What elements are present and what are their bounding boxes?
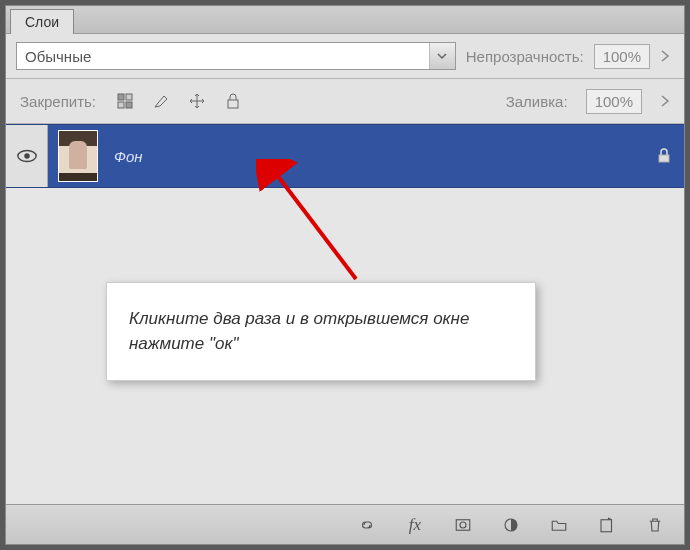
lock-brush-icon[interactable] [150,90,172,112]
svg-rect-3 [126,102,132,108]
adjustment-layer-icon[interactable] [498,512,524,538]
svg-rect-2 [118,102,124,108]
layer-style-fx-icon[interactable]: fx [402,512,428,538]
blend-opacity-row: Обычные Непрозрачность: 100% [6,34,684,79]
blend-mode-value: Обычные [17,48,429,65]
blend-mode-select[interactable]: Обычные [16,42,456,70]
new-group-icon[interactable] [546,512,572,538]
fill-label: Заливка: [502,93,572,110]
footer-toolbar: fx [6,504,684,544]
link-layers-icon[interactable] [354,512,380,538]
visibility-toggle[interactable] [6,125,48,187]
svg-rect-7 [659,155,669,162]
svg-rect-12 [601,519,612,531]
svg-rect-1 [126,94,132,100]
layer-list: Фон Кликните два раза и в открывшемся ок… [6,124,684,504]
layer-row-background[interactable]: Фон [6,124,684,188]
layer-thumbnail[interactable] [58,130,98,182]
lock-all-icon[interactable] [222,90,244,112]
svg-point-6 [24,153,30,159]
layer-name[interactable]: Фон [108,148,644,165]
delete-layer-icon[interactable] [642,512,668,538]
new-layer-icon[interactable] [594,512,620,538]
callout-text: Кликните два раза и в открывшемся окне н… [129,309,469,353]
layer-mask-icon[interactable] [450,512,476,538]
tab-strip: Слои [6,6,684,34]
lock-move-icon[interactable] [186,90,208,112]
fill-step-right-icon[interactable] [656,87,674,115]
opacity-label: Непрозрачность: [462,48,588,65]
svg-point-10 [460,522,466,528]
svg-rect-9 [456,519,470,530]
chevron-down-icon[interactable] [429,43,455,69]
fill-value[interactable]: 100% [586,89,642,114]
lock-label: Закрепить: [16,93,100,110]
svg-rect-4 [228,100,238,108]
instruction-callout: Кликните два раза и в открывшемся окне н… [106,282,536,381]
opacity-step-right-icon[interactable] [656,42,674,70]
layer-lock-icon [644,148,684,164]
tab-layers[interactable]: Слои [10,9,74,34]
opacity-value[interactable]: 100% [594,44,650,69]
svg-rect-0 [118,94,124,100]
lock-transparency-icon[interactable] [114,90,136,112]
lock-fill-row: Закрепить: Заливка: 100% [6,79,684,124]
